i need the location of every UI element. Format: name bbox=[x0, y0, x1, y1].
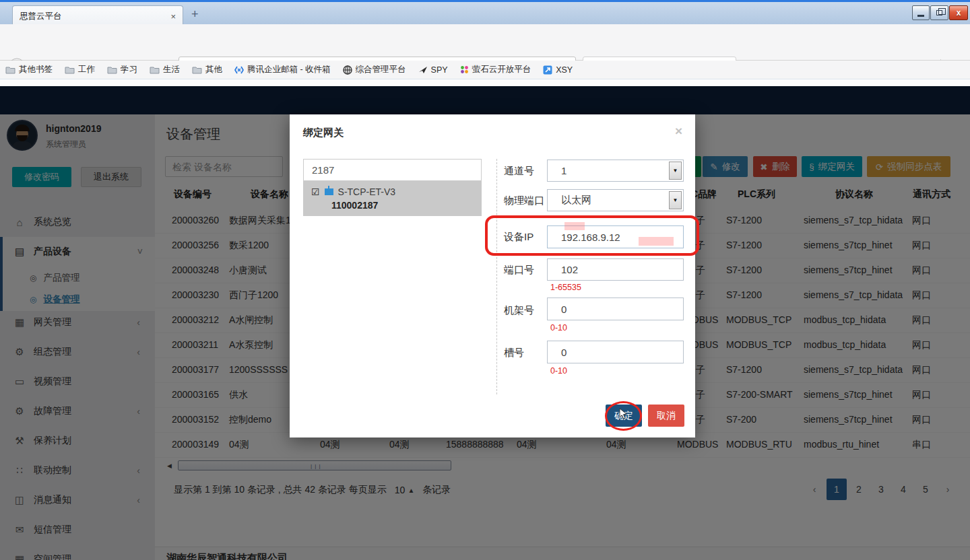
channel-select[interactable]: 1 ▼ bbox=[547, 160, 684, 182]
port-no-input[interactable]: 102 bbox=[547, 258, 684, 281]
bookmark-folder[interactable]: 生活 bbox=[150, 64, 180, 75]
browser-titlebar: 思普云平台 × + x bbox=[0, 0, 970, 24]
mouse-cursor bbox=[619, 408, 628, 419]
page-top-strip bbox=[0, 79, 970, 86]
tab-close-icon[interactable]: × bbox=[170, 11, 176, 22]
dropdown-arrow-icon[interactable]: ▼ bbox=[669, 162, 682, 180]
dart-icon bbox=[418, 66, 428, 74]
form-divider bbox=[496, 159, 497, 394]
annotation-highlight-rect bbox=[485, 215, 699, 256]
bookmark-folder[interactable]: 其他书签 bbox=[5, 64, 53, 75]
gateway-search-box[interactable]: 2187 bbox=[303, 159, 482, 181]
modal-close-icon[interactable]: × bbox=[675, 124, 682, 139]
slot-no-hint: 0-10 bbox=[550, 366, 567, 376]
cancel-button[interactable]: 取消 bbox=[648, 405, 684, 427]
slot-no-input[interactable]: 0 bbox=[547, 341, 684, 363]
gateway-device-icon bbox=[325, 188, 333, 195]
port-no-label: 端口号 bbox=[504, 264, 547, 277]
bookmark-spy[interactable]: SPY bbox=[418, 65, 448, 75]
checkbox-checked-icon[interactable]: ☑ bbox=[311, 186, 320, 197]
window-close-button[interactable]: x bbox=[949, 5, 968, 20]
bookmark-mgmt-platform[interactable]: 综合管理平台 bbox=[343, 64, 406, 75]
slot-no-label: 槽号 bbox=[504, 347, 547, 359]
window-minimize-button[interactable] bbox=[912, 5, 930, 20]
port-no-hint: 1-65535 bbox=[550, 283, 581, 292]
color-dots-icon bbox=[460, 65, 469, 74]
window-restore-button[interactable] bbox=[930, 5, 948, 20]
gateway-serial: 110002187 bbox=[331, 200, 378, 211]
port-type-select[interactable]: 以太网 ▼ bbox=[547, 189, 684, 211]
new-tab-button[interactable]: + bbox=[191, 7, 199, 22]
bookmark-folder[interactable]: 学习 bbox=[107, 64, 137, 75]
gateway-model: S-TCP-ET-V3 bbox=[338, 186, 396, 197]
dropdown-arrow-icon[interactable]: ▼ bbox=[669, 191, 682, 209]
bookmark-tencent-mail[interactable]: 腾讯企业邮箱 - 收件箱 bbox=[234, 64, 331, 75]
bookmark-xsy[interactable]: XSY bbox=[543, 65, 573, 75]
browser-navbar: iot.idosp.net/admin/index.html?lang 80% … bbox=[0, 24, 970, 61]
channel-label: 通道号 bbox=[504, 165, 547, 178]
rack-no-input[interactable]: 0 bbox=[547, 298, 684, 320]
modal-title: 绑定网关 bbox=[303, 127, 344, 139]
tab-title: 思普云平台 bbox=[20, 11, 170, 22]
screen: 思普云平台 × + x bbox=[0, 0, 970, 560]
bind-gateway-modal: 绑定网关 × 2187 ☑ S-TCP-ET-V3 110002187 通道号 … bbox=[290, 114, 695, 438]
tencent-mail-icon bbox=[234, 66, 244, 74]
browser-tab[interactable]: 思普云平台 × bbox=[12, 5, 183, 26]
port-type-label: 物理端口 bbox=[504, 195, 547, 207]
bookmark-folder[interactable]: 工作 bbox=[65, 64, 95, 75]
rack-no-label: 机架号 bbox=[504, 304, 547, 317]
bookmarks-bar: 其他书签 工作 学习 生活 其他 腾讯企业邮箱 - 收件箱 综合管理平台 SPY… bbox=[0, 61, 970, 79]
globe-icon bbox=[343, 65, 352, 75]
rack-no-hint: 0-10 bbox=[550, 323, 567, 332]
gateway-list-item[interactable]: ☑ S-TCP-ET-V3 110002187 bbox=[303, 181, 482, 216]
bookmark-folder[interactable]: 其他 bbox=[192, 64, 222, 75]
bookmark-ezviz[interactable]: 萤石云开放平台 bbox=[460, 64, 531, 75]
arrow-square-icon bbox=[543, 65, 552, 75]
